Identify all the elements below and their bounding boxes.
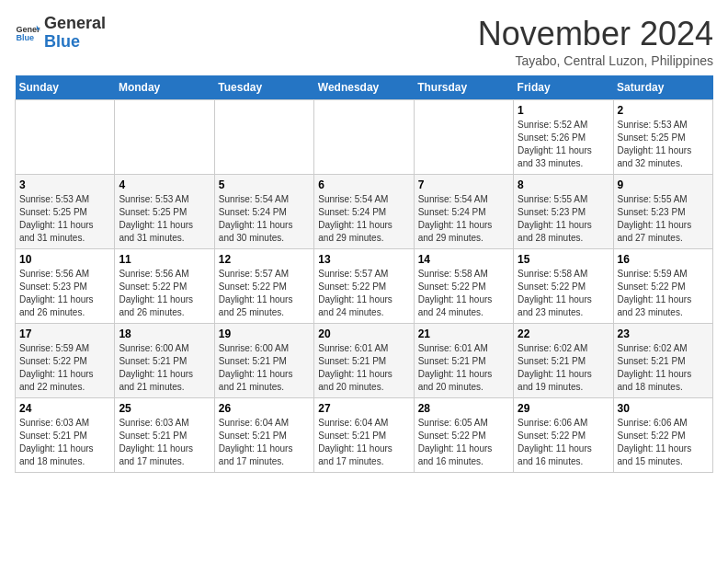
day-cell: 5Sunrise: 5:54 AMSunset: 5:24 PMDaylight… — [214, 175, 313, 249]
day-number: 7 — [418, 178, 509, 191]
day-info: Sunrise: 5:53 AMSunset: 5:25 PMDaylight:… — [119, 193, 210, 245]
title-area: November 2024 Tayabo, Central Luzon, Phi… — [478, 15, 713, 68]
day-cell: 11Sunrise: 5:56 AMSunset: 5:22 PMDayligh… — [115, 249, 214, 324]
day-cell: 30Sunrise: 6:06 AMSunset: 5:22 PMDayligh… — [613, 398, 712, 473]
day-cell: 4Sunrise: 5:53 AMSunset: 5:25 PMDaylight… — [115, 175, 214, 249]
day-cell — [16, 100, 115, 175]
day-info: Sunrise: 6:02 AMSunset: 5:21 PMDaylight:… — [618, 342, 709, 394]
day-cell: 25Sunrise: 6:03 AMSunset: 5:21 PMDayligh… — [115, 398, 214, 473]
day-info: Sunrise: 5:58 AMSunset: 5:22 PMDaylight:… — [418, 268, 509, 319]
day-cell: 21Sunrise: 6:01 AMSunset: 5:21 PMDayligh… — [414, 324, 513, 398]
day-number: 2 — [618, 104, 709, 117]
day-cell: 18Sunrise: 6:00 AMSunset: 5:21 PMDayligh… — [115, 324, 214, 398]
day-cell — [214, 100, 313, 175]
weekday-header-monday: Monday — [115, 75, 214, 100]
day-info: Sunrise: 5:58 AMSunset: 5:22 PMDaylight:… — [518, 268, 609, 319]
day-info: Sunrise: 6:06 AMSunset: 5:22 PMDaylight:… — [618, 417, 709, 468]
day-number: 17 — [19, 327, 110, 340]
day-cell: 7Sunrise: 5:54 AMSunset: 5:24 PMDaylight… — [414, 175, 513, 249]
weekday-header-wednesday: Wednesday — [314, 75, 414, 100]
day-number: 28 — [418, 402, 509, 415]
day-cell: 20Sunrise: 6:01 AMSunset: 5:21 PMDayligh… — [314, 324, 414, 398]
day-info: Sunrise: 5:56 AMSunset: 5:23 PMDaylight:… — [19, 268, 110, 319]
day-cell: 10Sunrise: 5:56 AMSunset: 5:23 PMDayligh… — [16, 249, 115, 324]
day-info: Sunrise: 5:59 AMSunset: 5:22 PMDaylight:… — [618, 268, 709, 319]
day-number: 14 — [418, 253, 509, 266]
day-cell: 29Sunrise: 6:06 AMSunset: 5:22 PMDayligh… — [514, 398, 613, 473]
week-row-3: 10Sunrise: 5:56 AMSunset: 5:23 PMDayligh… — [16, 249, 713, 324]
day-number: 29 — [518, 402, 609, 415]
day-number: 5 — [219, 178, 310, 191]
day-cell: 1Sunrise: 5:52 AMSunset: 5:26 PMDaylight… — [514, 100, 613, 175]
day-info: Sunrise: 6:06 AMSunset: 5:22 PMDaylight:… — [518, 417, 609, 468]
day-info: Sunrise: 6:01 AMSunset: 5:21 PMDaylight:… — [318, 342, 409, 394]
logo: General Blue General Blue — [15, 15, 106, 52]
day-info: Sunrise: 5:57 AMSunset: 5:22 PMDaylight:… — [318, 268, 409, 319]
day-number: 26 — [219, 402, 310, 415]
day-info: Sunrise: 5:54 AMSunset: 5:24 PMDaylight:… — [219, 193, 310, 245]
day-number: 25 — [119, 402, 210, 415]
day-info: Sunrise: 6:04 AMSunset: 5:21 PMDaylight:… — [318, 417, 409, 468]
weekday-header-saturday: Saturday — [613, 75, 712, 100]
week-row-5: 24Sunrise: 6:03 AMSunset: 5:21 PMDayligh… — [16, 398, 713, 473]
day-info: Sunrise: 5:53 AMSunset: 5:25 PMDaylight:… — [618, 119, 709, 170]
day-number: 27 — [318, 402, 409, 415]
day-info: Sunrise: 5:53 AMSunset: 5:25 PMDaylight:… — [19, 193, 110, 245]
day-number: 6 — [318, 178, 409, 191]
week-row-4: 17Sunrise: 5:59 AMSunset: 5:22 PMDayligh… — [16, 324, 713, 398]
day-number: 1 — [518, 104, 609, 117]
day-number: 21 — [418, 327, 509, 340]
day-cell: 22Sunrise: 6:02 AMSunset: 5:21 PMDayligh… — [514, 324, 613, 398]
day-cell: 24Sunrise: 6:03 AMSunset: 5:21 PMDayligh… — [16, 398, 115, 473]
week-row-2: 3Sunrise: 5:53 AMSunset: 5:25 PMDaylight… — [16, 175, 713, 249]
day-info: Sunrise: 6:03 AMSunset: 5:21 PMDaylight:… — [19, 417, 110, 468]
day-cell: 28Sunrise: 6:05 AMSunset: 5:22 PMDayligh… — [414, 398, 513, 473]
day-number: 10 — [19, 253, 110, 266]
day-cell: 13Sunrise: 5:57 AMSunset: 5:22 PMDayligh… — [314, 249, 414, 324]
day-cell: 9Sunrise: 5:55 AMSunset: 5:23 PMDaylight… — [613, 175, 712, 249]
day-number: 19 — [219, 327, 310, 340]
day-info: Sunrise: 5:57 AMSunset: 5:22 PMDaylight:… — [219, 268, 310, 319]
location-subtitle: Tayabo, Central Luzon, Philippines — [478, 53, 713, 68]
day-cell: 16Sunrise: 5:59 AMSunset: 5:22 PMDayligh… — [613, 249, 712, 324]
day-number: 30 — [618, 402, 709, 415]
day-cell — [314, 100, 414, 175]
day-info: Sunrise: 5:54 AMSunset: 5:24 PMDaylight:… — [418, 193, 509, 245]
day-number: 3 — [19, 178, 110, 191]
day-cell — [414, 100, 513, 175]
weekday-header-row: SundayMondayTuesdayWednesdayThursdayFrid… — [16, 75, 713, 100]
day-info: Sunrise: 5:55 AMSunset: 5:23 PMDaylight:… — [618, 193, 709, 245]
day-cell: 26Sunrise: 6:04 AMSunset: 5:21 PMDayligh… — [214, 398, 313, 473]
day-info: Sunrise: 6:04 AMSunset: 5:21 PMDaylight:… — [219, 417, 310, 468]
day-cell: 8Sunrise: 5:55 AMSunset: 5:23 PMDaylight… — [514, 175, 613, 249]
day-info: Sunrise: 6:00 AMSunset: 5:21 PMDaylight:… — [219, 342, 310, 394]
day-cell: 3Sunrise: 5:53 AMSunset: 5:25 PMDaylight… — [16, 175, 115, 249]
day-cell — [115, 100, 214, 175]
day-number: 11 — [119, 253, 210, 266]
week-row-1: 1Sunrise: 5:52 AMSunset: 5:26 PMDaylight… — [16, 100, 713, 175]
day-number: 4 — [119, 178, 210, 191]
day-info: Sunrise: 5:59 AMSunset: 5:22 PMDaylight:… — [19, 342, 110, 394]
day-info: Sunrise: 5:56 AMSunset: 5:22 PMDaylight:… — [119, 268, 210, 319]
day-number: 12 — [219, 253, 310, 266]
weekday-header-sunday: Sunday — [16, 75, 115, 100]
day-number: 8 — [518, 178, 609, 191]
day-cell: 6Sunrise: 5:54 AMSunset: 5:24 PMDaylight… — [314, 175, 414, 249]
logo-general-text: General — [44, 14, 106, 32]
weekday-header-friday: Friday — [514, 75, 613, 100]
day-number: 23 — [618, 327, 709, 340]
day-cell: 19Sunrise: 6:00 AMSunset: 5:21 PMDayligh… — [214, 324, 313, 398]
day-number: 24 — [19, 402, 110, 415]
day-info: Sunrise: 6:05 AMSunset: 5:22 PMDaylight:… — [418, 417, 509, 468]
page-header: General Blue General Blue November 2024 … — [15, 15, 713, 68]
month-title: November 2024 — [478, 15, 713, 53]
day-cell: 23Sunrise: 6:02 AMSunset: 5:21 PMDayligh… — [613, 324, 712, 398]
day-cell: 15Sunrise: 5:58 AMSunset: 5:22 PMDayligh… — [514, 249, 613, 324]
day-cell: 17Sunrise: 5:59 AMSunset: 5:22 PMDayligh… — [16, 324, 115, 398]
day-number: 20 — [318, 327, 409, 340]
day-info: Sunrise: 5:52 AMSunset: 5:26 PMDaylight:… — [518, 119, 609, 170]
logo-blue-text: Blue — [44, 32, 80, 51]
day-number: 15 — [518, 253, 609, 266]
day-info: Sunrise: 6:03 AMSunset: 5:21 PMDaylight:… — [119, 417, 210, 468]
day-cell: 2Sunrise: 5:53 AMSunset: 5:25 PMDaylight… — [613, 100, 712, 175]
